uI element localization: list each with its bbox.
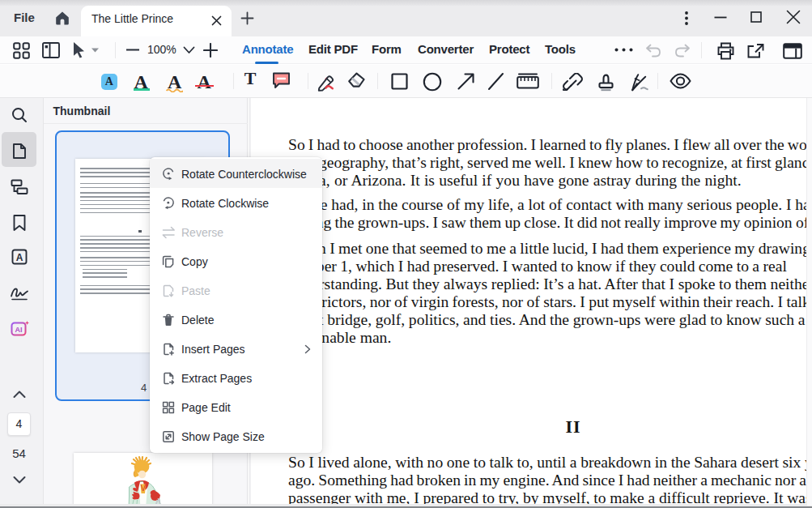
svg-text:AI: AI — [15, 326, 23, 334]
svg-text:A: A — [16, 252, 23, 263]
